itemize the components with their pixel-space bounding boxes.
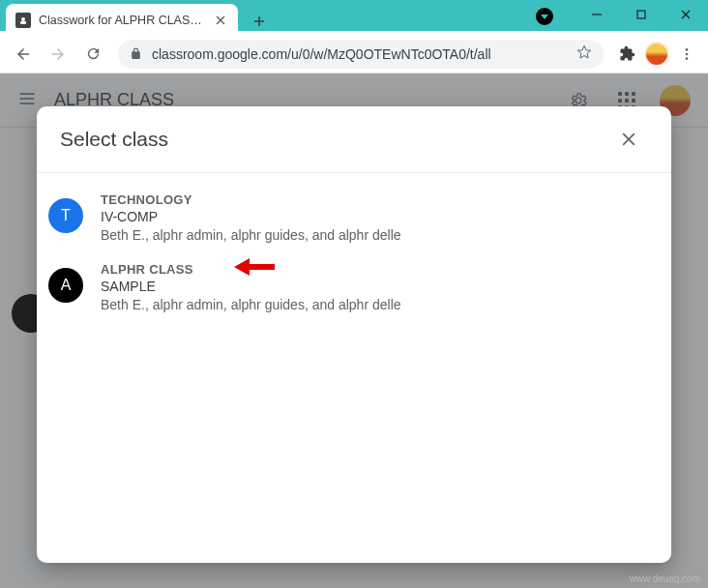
chrome-menu-icon[interactable] — [673, 41, 700, 68]
url-text: classroom.google.com/u/0/w/MzQ0OTEwNTc0O… — [152, 46, 567, 62]
class-section: SAMPLE — [101, 279, 648, 294]
class-list: T TECHNOLOGY IV-COMP Beth E., alphr admi… — [37, 173, 671, 336]
classroom-favicon — [15, 13, 31, 28]
back-button[interactable] — [8, 39, 39, 70]
profile-avatar[interactable] — [644, 42, 669, 67]
window-minimize-button[interactable] — [575, 0, 619, 29]
reload-button[interactable] — [77, 39, 108, 70]
annotation-arrow-icon — [234, 256, 277, 281]
lock-icon — [130, 47, 142, 60]
class-name: ALPHR CLASS — [101, 262, 648, 277]
class-avatar: T — [48, 198, 83, 233]
class-avatar: A — [48, 268, 83, 303]
dialog-title: Select class — [60, 128, 609, 151]
extensions-icon[interactable] — [613, 41, 640, 68]
bookmark-star-icon[interactable] — [576, 44, 592, 64]
browser-tab[interactable]: Classwork for ALPHR CLASS SAM — [6, 4, 238, 37]
svg-rect-5 — [20, 21, 26, 24]
svg-point-10 — [686, 48, 689, 51]
tab-close-icon[interactable] — [213, 13, 228, 28]
window-close-button[interactable] — [664, 0, 708, 29]
class-option[interactable]: A ALPHR CLASS SAMPLE Beth E., alphr admi… — [37, 254, 671, 324]
tab-title: Classwork for ALPHR CLASS SAM — [39, 14, 207, 27]
window-maximize-button[interactable] — [619, 0, 664, 29]
class-teachers: Beth E., alphr admin, alphr guides, and … — [101, 227, 648, 243]
class-option[interactable]: T TECHNOLOGY IV-COMP Beth E., alphr admi… — [37, 185, 671, 254]
svg-point-11 — [686, 52, 689, 55]
class-teachers: Beth E., alphr admin, alphr guides, and … — [101, 297, 648, 312]
class-section: IV-COMP — [101, 209, 648, 224]
help-button[interactable]: ? — [15, 553, 37, 574]
watermark-text: www.deuaq.com — [630, 573, 700, 584]
svg-point-4 — [21, 17, 25, 21]
reader-mode-badge[interactable] — [536, 8, 553, 25]
dialog-close-button[interactable] — [609, 120, 648, 159]
svg-point-12 — [686, 57, 689, 60]
class-name: TECHNOLOGY — [101, 192, 648, 207]
new-tab-button[interactable] — [246, 8, 273, 35]
forward-button[interactable] — [43, 39, 74, 70]
select-class-dialog: Select class T TECHNOLOGY IV-COMP Beth E… — [37, 106, 671, 563]
address-bar[interactable]: classroom.google.com/u/0/w/MzQ0OTEwNTc0O… — [118, 40, 604, 69]
svg-rect-1 — [637, 11, 645, 18]
